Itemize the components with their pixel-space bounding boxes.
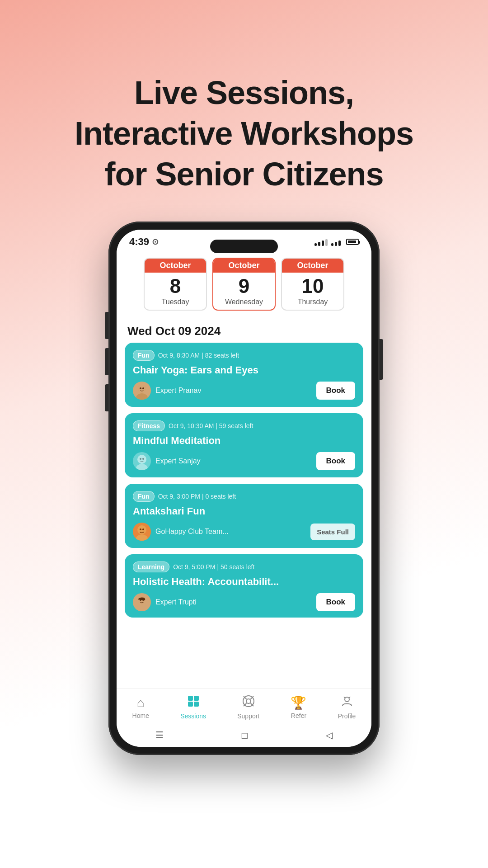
battery-fill bbox=[348, 241, 356, 243]
date-month-oct9: October bbox=[213, 259, 275, 273]
expert-name-s1: Expert Pranav bbox=[155, 387, 201, 395]
session-footer-s3: GoHappy Club Team... Seats Full bbox=[133, 523, 355, 541]
android-home-btn[interactable]: ◻ bbox=[241, 730, 249, 741]
session-card-s1[interactable]: Fun Oct 9, 8:30 AM | 82 seats left Chair… bbox=[125, 343, 363, 407]
battery-icon bbox=[346, 239, 359, 245]
svg-point-11 bbox=[142, 528, 144, 530]
expert-avatar-s4 bbox=[133, 593, 151, 611]
svg-rect-19 bbox=[188, 702, 193, 707]
date-day-oct8: 8 bbox=[145, 273, 206, 298]
session-time-s4: Oct 9, 5:00 PM | 50 seats left bbox=[173, 563, 254, 571]
compass-icon: ⊙ bbox=[152, 237, 159, 247]
svg-point-7 bbox=[142, 458, 144, 460]
svg-point-8 bbox=[136, 464, 148, 470]
support-icon bbox=[242, 695, 255, 711]
svg-point-5 bbox=[137, 455, 146, 464]
expert-info-s3: GoHappy Club Team... bbox=[133, 523, 229, 541]
session-card-s4[interactable]: Learning Oct 9, 5:00 PM | 50 seats left … bbox=[125, 554, 363, 618]
notch bbox=[210, 240, 278, 253]
session-footer-s4: Expert Trupti Book bbox=[133, 593, 355, 611]
profile-icon bbox=[341, 695, 353, 711]
expert-info-s2: Expert Sanjay bbox=[133, 452, 201, 470]
nav-item-refer[interactable]: 🏆 Refer bbox=[286, 693, 311, 721]
session-tag-s4: Learning bbox=[133, 561, 169, 572]
book-button-s4[interactable]: Book bbox=[316, 593, 356, 611]
expert-avatar-s1 bbox=[133, 382, 151, 400]
session-card-s3[interactable]: Fun Oct 9, 3:00 PM | 0 seats left Antaks… bbox=[125, 484, 363, 548]
date-month-oct8: October bbox=[145, 259, 206, 273]
svg-point-12 bbox=[136, 534, 148, 541]
svg-line-29 bbox=[349, 697, 350, 698]
date-day-oct9: 9 bbox=[213, 273, 275, 298]
signal-bar-4 bbox=[325, 239, 328, 246]
svg-point-15 bbox=[142, 599, 144, 601]
svg-line-28 bbox=[344, 697, 345, 698]
svg-point-10 bbox=[140, 528, 141, 530]
book-button-s1[interactable]: Book bbox=[316, 382, 356, 400]
date-card-oct8[interactable]: October 8 Tuesday bbox=[144, 258, 207, 311]
date-weekday-oct9: Wednesday bbox=[213, 298, 275, 310]
status-icons bbox=[314, 238, 359, 246]
nav-label-refer: Refer bbox=[291, 712, 306, 719]
session-footer-s1: Expert Pranav Book bbox=[133, 382, 355, 400]
signal-bar-3 bbox=[322, 241, 324, 246]
expert-info-s4: Expert Trupti bbox=[133, 593, 197, 611]
hero-line3: for Senior Citizens bbox=[104, 156, 383, 192]
signal-bars bbox=[314, 238, 328, 246]
sessions-list: Fun Oct 9, 8:30 AM | 82 seats left Chair… bbox=[117, 343, 371, 688]
svg-point-16 bbox=[136, 605, 148, 611]
expert-avatar-s2 bbox=[133, 452, 151, 470]
nav-label-sessions: Sessions bbox=[180, 712, 206, 720]
session-time-s1: Oct 9, 8:30 AM | 82 seats left bbox=[158, 352, 239, 359]
expert-name-s4: Expert Trupti bbox=[155, 598, 197, 606]
svg-rect-20 bbox=[194, 702, 199, 707]
session-card-s2[interactable]: Fitness Oct 9, 10:30 AM | 59 seats left … bbox=[125, 413, 363, 477]
book-button-s2[interactable]: Book bbox=[316, 452, 356, 470]
nav-label-home: Home bbox=[132, 712, 149, 719]
date-weekday-oct10: Thursday bbox=[282, 298, 343, 310]
hero-section: Live Sessions, Interactive Workshops for… bbox=[47, 72, 441, 194]
expert-info-s1: Expert Pranav bbox=[133, 382, 201, 400]
nav-item-sessions[interactable]: Sessions bbox=[176, 693, 211, 722]
section-date-heading: Wed Oct 09 2024 bbox=[117, 317, 371, 343]
svg-point-14 bbox=[140, 599, 141, 601]
session-title-s4: Holistic Health: Accountabilit... bbox=[133, 576, 355, 588]
svg-rect-18 bbox=[194, 696, 199, 701]
android-nav-bar: ☰ ◻ ◁ bbox=[117, 725, 371, 747]
session-time-s3: Oct 9, 3:00 PM | 0 seats left bbox=[158, 493, 236, 500]
session-tag-s3: Fun bbox=[133, 491, 155, 502]
svg-point-22 bbox=[246, 699, 251, 703]
refer-icon: 🏆 bbox=[291, 695, 306, 710]
home-icon: ⌂ bbox=[137, 696, 145, 710]
session-tag-s2: Fitness bbox=[133, 420, 165, 431]
nav-item-support[interactable]: Support bbox=[233, 693, 264, 722]
hero-line1: Live Sessions, bbox=[134, 75, 354, 111]
svg-point-27 bbox=[345, 697, 349, 702]
nav-item-profile[interactable]: Profile bbox=[333, 693, 361, 722]
sessions-icon bbox=[187, 695, 200, 711]
session-title-s1: Chair Yoga: Ears and Eyes bbox=[133, 364, 355, 376]
bottom-nav: ⌂ Home Sessions bbox=[117, 688, 371, 725]
status-time: 4:39 ⊙ bbox=[129, 236, 159, 248]
android-menu-btn[interactable]: ☰ bbox=[155, 730, 164, 741]
session-meta-s1: Fun Oct 9, 8:30 AM | 82 seats left bbox=[133, 350, 355, 361]
session-meta-s2: Fitness Oct 9, 10:30 AM | 59 seats left bbox=[133, 420, 355, 431]
expert-name-s2: Expert Sanjay bbox=[155, 457, 201, 465]
svg-point-4 bbox=[142, 387, 144, 389]
session-title-s2: Mindful Meditation bbox=[133, 435, 355, 447]
phone-mockup: 4:39 ⊙ bbox=[108, 222, 380, 755]
nav-label-profile: Profile bbox=[338, 712, 356, 720]
android-back-btn[interactable]: ◁ bbox=[326, 730, 333, 741]
date-day-oct10: 10 bbox=[282, 273, 343, 298]
nav-item-home[interactable]: ⌂ Home bbox=[128, 694, 154, 721]
hero-line2: Interactive Workshops bbox=[75, 115, 413, 151]
session-time-s2: Oct 9, 10:30 AM | 59 seats left bbox=[169, 422, 253, 429]
signal-bars-2 bbox=[331, 238, 341, 246]
date-card-oct10[interactable]: October 10 Thursday bbox=[281, 258, 344, 311]
svg-point-2 bbox=[136, 393, 148, 400]
date-card-oct9[interactable]: October 9 Wednesday bbox=[212, 258, 276, 311]
seats-full-button-s3: Seats Full bbox=[310, 524, 355, 540]
phone-screen: 4:39 ⊙ bbox=[117, 230, 371, 747]
status-bar: 4:39 ⊙ bbox=[117, 230, 371, 251]
session-meta-s3: Fun Oct 9, 3:00 PM | 0 seats left bbox=[133, 491, 355, 502]
